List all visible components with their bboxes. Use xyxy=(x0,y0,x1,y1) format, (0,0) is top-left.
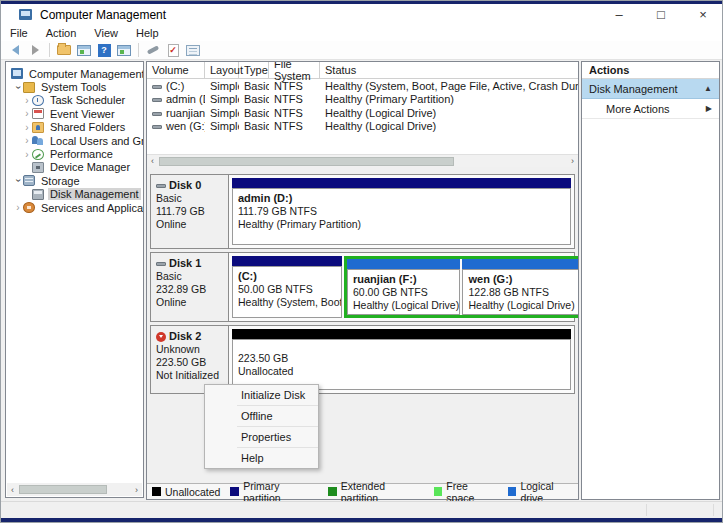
scrollbar-thumb[interactable] xyxy=(19,485,107,494)
folder-icon xyxy=(57,45,71,55)
menu-initialize-disk[interactable]: Initialize Disk xyxy=(205,385,318,405)
computer-management-window: Computer Management – □ × File Action Vi… xyxy=(0,0,723,523)
volume-row-admin-d[interactable]: admin (D:) Simple Basic NTFS Healthy (Pr… xyxy=(147,93,578,107)
volume-row-c[interactable]: (C:) Simple Basic NTFS Healthy (System, … xyxy=(147,79,578,93)
tree-item-shared-folders[interactable]: › Shared Folders xyxy=(6,121,143,134)
column-file-system[interactable]: File System xyxy=(269,62,320,78)
column-type[interactable]: Type xyxy=(239,62,269,78)
chevron-collapsed-icon[interactable]: › xyxy=(22,122,32,133)
legend-logical-drive: Logical drive xyxy=(508,480,578,504)
chevron-collapsed-icon[interactable]: › xyxy=(13,202,23,213)
tree-item-computer-management[interactable]: Computer Management (Local xyxy=(6,67,143,80)
volume-icon xyxy=(152,98,162,102)
menu-action[interactable]: Action xyxy=(37,26,86,40)
disk-2-label[interactable]: Disk 2 Unknown 223.50 GB Not Initialized xyxy=(151,326,229,393)
menu-bar: File Action View Help xyxy=(1,25,723,41)
chevron-collapsed-icon[interactable]: › xyxy=(22,108,32,119)
chevron-expanded-icon[interactable]: › xyxy=(13,176,24,186)
scroll-right-icon[interactable]: › xyxy=(567,156,578,166)
status-divider xyxy=(713,504,714,516)
legend-extended-partition: Extended partition xyxy=(328,480,424,504)
disk-0-label[interactable]: Disk 0 Basic 111.79 GB Online xyxy=(151,175,229,248)
scrollbar-thumb[interactable] xyxy=(159,157,454,166)
partition-wen-g[interactable]: wen (G:) 122.88 GB NTFS Healthy (Logical… xyxy=(462,259,578,315)
column-layout[interactable]: Layout xyxy=(205,62,239,78)
chevron-collapsed-icon[interactable]: › xyxy=(22,95,32,106)
tree-item-system-tools[interactable]: › System Tools xyxy=(6,80,143,93)
toolbar-separator xyxy=(138,43,139,57)
scroll-left-icon[interactable]: ‹ xyxy=(147,156,158,166)
performance-icon xyxy=(32,149,44,160)
maximize-button[interactable]: □ xyxy=(640,4,682,25)
tree-item-storage[interactable]: › Storage xyxy=(6,174,143,187)
volume-row-ruanjian-f[interactable]: ruanjian (F:) Simple Basic NTFS Healthy … xyxy=(147,106,578,120)
forward-button[interactable] xyxy=(25,42,45,59)
column-status[interactable]: Status xyxy=(320,62,578,78)
volume-row-wen-g[interactable]: wen (G:) Simple Basic NTFS Healthy (Logi… xyxy=(147,120,578,134)
title-bar[interactable]: Computer Management – □ × xyxy=(1,4,723,25)
legend-swatch xyxy=(152,487,161,496)
partition-ruanjian-f[interactable]: ruanjian (F:) 60.00 GB NTFS Healthy (Log… xyxy=(347,259,460,315)
show-console-tree-button[interactable] xyxy=(74,42,94,59)
workspace: Computer Management (Local › System Tool… xyxy=(1,60,723,501)
volume-list: Volume Layout Type File System Status (C… xyxy=(147,62,578,154)
partition-admin-d[interactable]: admin (D:) 111.79 GB NTFS Healthy (Prima… xyxy=(232,178,571,245)
column-volume[interactable]: Volume xyxy=(147,62,205,78)
toolbar-separator xyxy=(49,43,50,57)
properties-button[interactable] xyxy=(183,42,203,59)
unallocated-space[interactable]: 223.50 GB Unallocated xyxy=(232,329,571,390)
menu-offline[interactable]: Offline xyxy=(205,406,318,426)
submenu-caret-icon[interactable]: ▶ xyxy=(706,104,712,113)
clock-icon xyxy=(32,95,44,106)
actions-more-actions[interactable]: More Actions ▶ xyxy=(582,99,719,119)
tree-item-event-viewer[interactable]: › Event Viewer xyxy=(6,107,143,120)
chevron-expanded-icon[interactable]: › xyxy=(13,82,24,92)
actions-pane-title: Actions xyxy=(582,62,719,79)
logical-drive-strip xyxy=(462,259,578,269)
menu-properties[interactable]: Properties xyxy=(205,427,318,447)
tree-item-device-manager[interactable]: Device Manager xyxy=(6,161,143,174)
action-pane-icon xyxy=(117,45,131,56)
rescan-button[interactable] xyxy=(143,42,163,59)
up-level-button[interactable] xyxy=(54,42,74,59)
shared-folder-icon xyxy=(32,122,44,133)
tree-item-local-users-groups[interactable]: › Local Users and Groups xyxy=(6,134,143,147)
menu-view[interactable]: View xyxy=(85,26,127,40)
status-divider xyxy=(646,504,647,516)
chevron-collapsed-icon[interactable]: › xyxy=(22,149,32,160)
forward-arrow-icon xyxy=(32,45,39,55)
show-action-pane-button[interactable] xyxy=(114,42,134,59)
volume-icon xyxy=(152,85,162,89)
chevron-collapsed-icon[interactable]: › xyxy=(22,135,32,146)
actions-pane: Actions Disk Management ▲ More Actions ▶ xyxy=(581,61,720,500)
toolbar: ? ✓ xyxy=(1,41,723,60)
disk-1-label[interactable]: Disk 1 Basic 232.89 GB Online xyxy=(151,253,229,321)
status-bar xyxy=(1,501,723,518)
volume-horizontal-scrollbar[interactable]: ‹ › xyxy=(147,154,578,167)
volume-list-header: Volume Layout Type File System Status xyxy=(147,62,578,79)
check-disk-button[interactable]: ✓ xyxy=(163,42,183,59)
storage-icon xyxy=(23,175,35,186)
tree-item-task-scheduler[interactable]: › Task Scheduler xyxy=(6,94,143,107)
scroll-left-icon[interactable]: ‹ xyxy=(7,485,18,495)
minimize-button[interactable]: – xyxy=(598,4,640,25)
partition-c[interactable]: (C:) 50.00 GB NTFS Healthy (System, Boot… xyxy=(232,256,342,318)
actions-disk-management-group[interactable]: Disk Management ▲ xyxy=(582,79,719,99)
close-button[interactable]: × xyxy=(682,4,723,25)
collapse-caret-icon[interactable]: ▲ xyxy=(704,84,712,93)
back-button[interactable] xyxy=(5,42,25,59)
tree-horizontal-scrollbar[interactable]: ‹ › xyxy=(7,483,142,496)
tree-item-disk-management[interactable]: Disk Management xyxy=(6,188,143,201)
logical-drive-strip xyxy=(347,259,460,269)
disk-icon xyxy=(32,189,44,200)
menu-help[interactable]: Help xyxy=(127,26,168,40)
extended-partition-outline: ruanjian (F:) 60.00 GB NTFS Healthy (Log… xyxy=(344,256,578,318)
tree-item-services-applications[interactable]: › Services and Applications xyxy=(6,201,143,214)
menu-file[interactable]: File xyxy=(1,26,37,40)
legend-swatch xyxy=(328,487,337,496)
scroll-right-icon[interactable]: › xyxy=(131,485,142,495)
services-icon xyxy=(23,202,35,213)
tree-item-performance[interactable]: › Performance xyxy=(6,147,143,160)
help-button[interactable]: ? xyxy=(94,42,114,59)
menu-help[interactable]: Help xyxy=(205,448,318,468)
